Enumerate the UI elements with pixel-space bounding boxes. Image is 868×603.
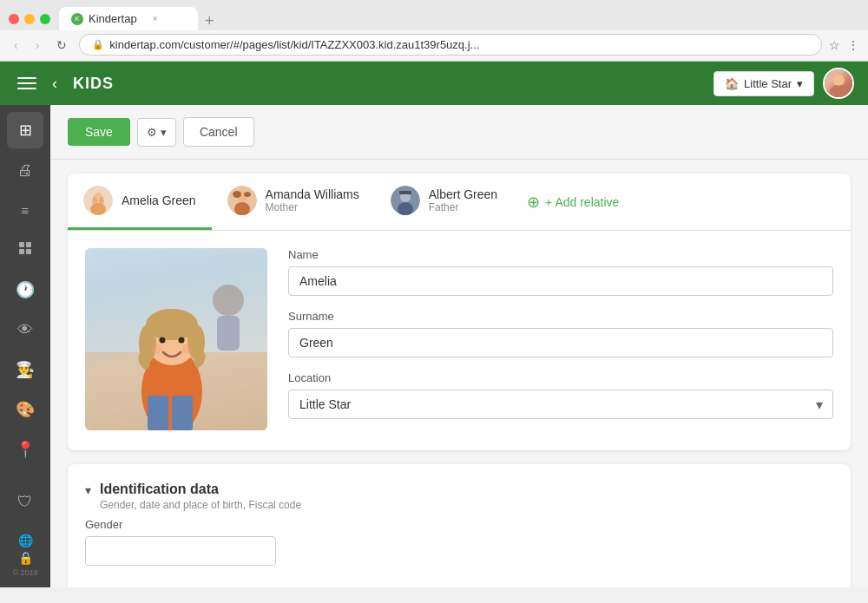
svg-point-35: [182, 344, 193, 354]
tab-mother[interactable]: Amanda Williams Mother: [212, 174, 375, 230]
facility-icon: 🏠: [725, 77, 739, 90]
svg-point-9: [90, 203, 106, 215]
app-body: ⊞ 🖨 ≡ 🕐 👁 👨‍🍳: [0, 105, 868, 587]
address-text: kindertap.com/customer/#/pages/list/kid/…: [109, 38, 479, 51]
sidebar-item-shield[interactable]: 🛡: [7, 483, 43, 520]
app-header: ‹ KIDS 🏠 Little Star ▾: [0, 62, 868, 105]
kid-tab-name: Amelia Green: [122, 193, 196, 207]
svg-rect-37: [148, 396, 168, 430]
location-label: Location: [288, 371, 833, 384]
svg-rect-24: [217, 316, 240, 351]
facility-dropdown-icon: ▾: [797, 77, 803, 90]
title-bar: K Kindertap × +: [0, 0, 868, 30]
svg-point-34: [151, 344, 161, 354]
location-select[interactable]: Little Star Star Two Star Three: [288, 390, 833, 419]
eye-icon: 👁: [17, 321, 33, 339]
fullscreen-traffic-light[interactable]: [40, 14, 50, 24]
bookmark-button[interactable]: ☆: [829, 38, 840, 52]
surname-input[interactable]: [288, 328, 833, 357]
user-avatar[interactable]: [823, 68, 854, 99]
back-navigation-button[interactable]: ‹: [49, 75, 61, 93]
svg-point-33: [179, 338, 185, 344]
reload-button[interactable]: ↻: [51, 36, 72, 54]
svg-rect-3: [19, 242, 24, 247]
kid-photo: [85, 248, 267, 430]
gender-input[interactable]: [85, 536, 276, 566]
add-relative-icon: ⊕: [527, 193, 540, 212]
svg-rect-6: [26, 249, 31, 254]
kid-photo-svg: [85, 248, 267, 430]
location-field-group: Location Little Star Star Two Star Three…: [288, 371, 833, 419]
svg-rect-4: [26, 242, 31, 247]
tab-kid[interactable]: Amelia Green: [68, 174, 212, 230]
browser-actions: ☆ ⋮: [829, 38, 859, 52]
person-tabs-card: Amelia Green: [68, 174, 851, 450]
sidebar: ⊞ 🖨 ≡ 🕐 👁 👨‍🍳: [0, 105, 50, 587]
svg-rect-20: [399, 191, 411, 194]
svg-point-16: [244, 192, 251, 197]
kid-form: Name Surname Location Little Star: [68, 231, 851, 450]
print-icon: 🖨: [17, 161, 33, 180]
lock-icon: 🔒: [18, 551, 33, 565]
surname-label: Surname: [288, 310, 833, 323]
sidebar-item-clock[interactable]: 🕐: [7, 272, 43, 308]
address-bar[interactable]: 🔒 kindertap.com/customer/#/pages/list/ki…: [79, 34, 822, 56]
page-title: KIDS: [73, 75, 705, 93]
surname-field-group: Surname: [288, 310, 833, 357]
browser-chrome: K Kindertap × + ‹ › ↻ 🔒 kindertap.com/cu…: [0, 0, 868, 62]
identification-collapse-button[interactable]: ▾: [85, 483, 91, 497]
save-button[interactable]: Save: [68, 118, 130, 146]
chef-icon: 👨‍🍳: [16, 360, 35, 379]
facility-selector-button[interactable]: 🏠 Little Star ▾: [713, 71, 814, 96]
identification-section-header: ▾ Identification data Gender, date and p…: [85, 482, 833, 511]
sidebar-item-print[interactable]: 🖨: [7, 152, 43, 188]
cancel-button[interactable]: Cancel: [183, 117, 254, 147]
shield-icon: 🛡: [17, 493, 33, 511]
father-tab-role: Father: [429, 201, 497, 213]
svg-point-23: [213, 285, 244, 316]
close-traffic-light[interactable]: [9, 14, 19, 24]
name-label: Name: [288, 248, 833, 261]
tab-label: Kindertap: [89, 12, 137, 25]
forward-button[interactable]: ›: [30, 36, 45, 54]
father-avatar: [391, 186, 420, 215]
sidebar-item-dashboard[interactable]: ⊞: [7, 112, 43, 148]
add-relative-button[interactable]: ⊕ + Add relative: [513, 174, 633, 230]
tab-bar: K Kindertap × +: [59, 7, 859, 30]
sidebar-bottom: 🛡 🌐 🔒 © 2019: [7, 483, 43, 587]
address-lock-icon: 🔒: [92, 39, 104, 50]
minimize-traffic-light[interactable]: [24, 14, 35, 24]
hamburger-line-3: [17, 88, 36, 89]
sidebar-item-palette[interactable]: 🎨: [7, 391, 43, 428]
browser-menu-button[interactable]: ⋮: [847, 38, 859, 52]
facility-label: Little Star: [744, 77, 792, 90]
sidebar-item-eye[interactable]: 👁: [7, 311, 43, 348]
identification-title: Identification data: [100, 482, 301, 497]
form-fields: Name Surname Location Little Star: [288, 248, 833, 433]
tab-father[interactable]: Albert Green Father: [375, 174, 513, 230]
tab-close-button[interactable]: ×: [149, 13, 161, 25]
sidebar-item-location[interactable]: 📍: [7, 431, 43, 468]
hamburger-line-1: [17, 77, 36, 79]
address-bar-row: ‹ › ↻ 🔒 kindertap.com/customer/#/pages/l…: [0, 30, 868, 61]
copyright-text: © 2019: [12, 568, 37, 577]
identification-title-group: Identification data Gender, date and pla…: [100, 482, 301, 511]
person-tabs-header: Amelia Green: [68, 174, 851, 231]
svg-point-2: [833, 75, 844, 85]
new-tab-button[interactable]: +: [198, 12, 221, 30]
gender-label: Gender: [85, 518, 833, 531]
identification-section: ▾ Identification data Gender, date and p…: [68, 464, 851, 587]
clock-icon: 🕐: [16, 280, 35, 299]
sidebar-item-chef[interactable]: 👨‍🍳: [7, 351, 43, 388]
active-tab[interactable]: K Kindertap ×: [59, 7, 198, 30]
kid-tab-info: Amelia Green: [122, 193, 196, 207]
svg-rect-38: [172, 396, 193, 430]
name-input[interactable]: [288, 266, 833, 296]
back-button[interactable]: ‹: [9, 36, 23, 54]
sidebar-item-profile[interactable]: [7, 232, 43, 268]
sidebar-item-list[interactable]: ≡: [7, 192, 43, 228]
hamburger-button[interactable]: [14, 74, 40, 93]
settings-button[interactable]: ⚙ ▾: [137, 118, 176, 147]
father-tab-info: Albert Green Father: [429, 187, 497, 213]
mother-tab-name: Amanda Williams: [266, 187, 359, 201]
